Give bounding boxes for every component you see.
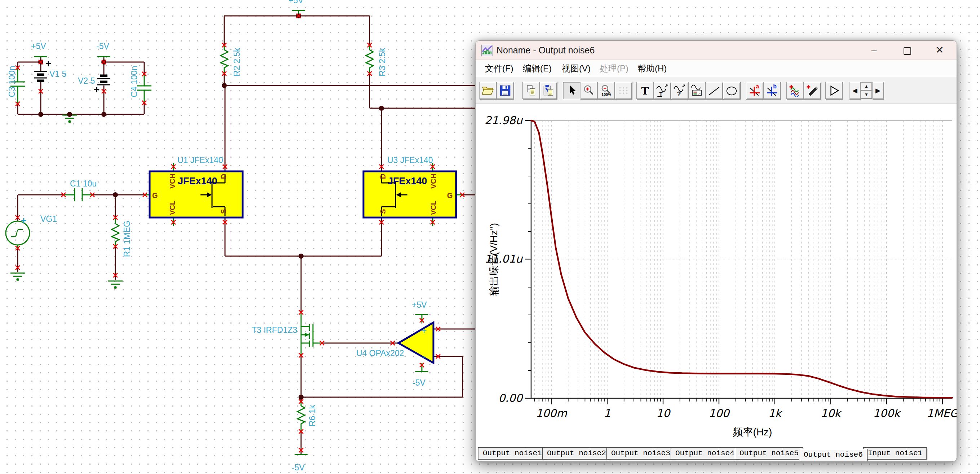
curve-label-icon: T [656, 84, 669, 97]
title-bar[interactable]: Noname - Output noise6 – ✕ [476, 41, 956, 60]
cursor-a-icon: a [748, 84, 761, 97]
ellipse-icon [725, 84, 738, 97]
select-cursor-button[interactable] [563, 82, 580, 99]
svg-text:100%: 100% [601, 92, 611, 96]
left-arrow-icon: ◀ [852, 86, 858, 94]
svg-text:a: a [756, 84, 759, 89]
scroll-vertical-spinner[interactable]: ▲ ▼ [861, 82, 872, 99]
svg-text:b: b [773, 84, 776, 89]
open-button[interactable] [479, 82, 496, 99]
label-rail-top: +5V [288, 0, 304, 5]
copy-button[interactable] [522, 82, 540, 99]
copy-icon [525, 84, 538, 97]
grid-icon [617, 84, 630, 97]
minimize-button[interactable]: – [864, 41, 885, 59]
schematic-labels: +5V -5V V1 5 V2 5 C3 100n C4 100n +5V R2… [7, 0, 433, 472]
cursor-b-button[interactable]: b [763, 82, 781, 99]
menu-bar: 文件(F) 编辑(E) 视图(V) 处理(P) 帮助(H) [476, 60, 956, 77]
menu-view[interactable]: 视图(V) [560, 60, 593, 77]
scroll-left-button[interactable]: ◀ [849, 82, 861, 99]
u1-pin-s: S [220, 209, 228, 214]
curve-label-tool-button[interactable]: T [654, 82, 671, 99]
label-u3: U3 JFEx140 [387, 155, 433, 165]
v1-plus-mark: + [45, 58, 51, 69]
components-green[interactable] [6, 10, 463, 455]
scroll-down-button[interactable]: ▼ [861, 91, 872, 99]
save-floppy-icon [499, 84, 512, 97]
tab-output-noise1[interactable]: Output noise1 [479, 448, 546, 459]
u3-pin-d: D [379, 174, 387, 179]
label-u4-vplus: +5V [412, 300, 427, 310]
label-v1: V1 5 [49, 69, 66, 79]
svg-text:10k: 10k [821, 407, 842, 420]
tab-output-noise6[interactable]: Output noise6 [799, 449, 867, 462]
svg-text:21.98u: 21.98u [485, 114, 523, 127]
label-r2: R2 2.5k [232, 48, 242, 77]
menu-help[interactable]: 帮助(H) [635, 60, 669, 77]
tab-output-noise4[interactable]: Output noise4 [671, 448, 739, 459]
svg-text:10: 10 [656, 407, 671, 420]
scroll-right-button[interactable]: ▶ [872, 82, 884, 99]
u3-pin-s: S [379, 209, 387, 214]
grid-toggle-button[interactable] [615, 82, 632, 99]
u3-pin-vcl: VCL [430, 201, 438, 215]
label-r3: R3 2.5k [377, 48, 387, 77]
curve-legend-tool-button[interactable]: ≍ [688, 82, 706, 99]
label-vplus-left: +5V [31, 41, 46, 51]
y-axis-title: 输出噪音(V/Hz'') [488, 223, 500, 296]
add-curves-icon [789, 84, 802, 97]
zoom-in-button[interactable] [580, 82, 597, 99]
u3-part-text: JFEx140 [388, 176, 427, 187]
svg-text:100k: 100k [873, 407, 901, 420]
menu-process[interactable]: 处理(P) [597, 60, 631, 77]
line-icon [708, 84, 721, 97]
marker-tool-button[interactable] [825, 82, 843, 99]
opamp-minus-input-label: - [422, 350, 426, 362]
u1-pin-d: D [220, 174, 228, 179]
window-title: Noname - Output noise6 [496, 45, 595, 56]
cursor-arrow-icon [565, 84, 578, 97]
battery-v2[interactable] [97, 76, 110, 85]
cursor-b-icon: b [765, 84, 778, 97]
svg-text:1k: 1k [768, 407, 783, 420]
zoom-100-button[interactable]: 100% [597, 82, 615, 99]
battery-v1[interactable] [34, 72, 47, 81]
menu-file[interactable]: 文件(F) [483, 60, 515, 77]
svg-text:100m: 100m [536, 407, 567, 420]
tab-output-noise3[interactable]: Output noise3 [607, 448, 675, 459]
svg-text:0.00: 0.00 [498, 392, 523, 404]
label-vg1: VG1 [40, 214, 57, 223]
label-u1: U1 JFEx140 [177, 155, 223, 165]
label-c4: C4 100n [129, 66, 139, 97]
ellipse-tool-button[interactable] [723, 82, 740, 99]
paste-button[interactable] [540, 82, 557, 99]
svg-text:1: 1 [604, 407, 611, 420]
plot-canvas[interactable]: 0.0011.01u21.98u100m1101001k10k100k1MEG频… [476, 104, 956, 448]
curve-query-tool-button[interactable]: ? [671, 82, 688, 99]
maximize-button[interactable] [897, 41, 918, 59]
scroll-up-button[interactable]: ▲ [861, 82, 872, 91]
u1-pin-vch: VCH [169, 174, 176, 189]
tab-output-noise2[interactable]: Output noise2 [542, 448, 611, 459]
label-u4-vminus: -5V [412, 378, 425, 388]
zoom-100-icon: 100% [600, 84, 612, 97]
label-v2: V2 5 [78, 76, 95, 86]
label-vminus-left: -5V [96, 41, 109, 51]
plot-window: Noname - Output noise6 – ✕ 文件(F) 编辑(E) 视… [475, 40, 957, 462]
tab-output-noise5[interactable]: Output noise5 [735, 448, 803, 459]
close-button[interactable]: ✕ [929, 41, 950, 59]
line-tool-button[interactable] [706, 82, 723, 99]
u3-pin-g: G [447, 192, 453, 199]
svg-text:≍: ≍ [698, 91, 702, 95]
pen-plus-button[interactable] [804, 82, 821, 99]
tab-input-noise1[interactable]: Input noise1 [864, 448, 927, 459]
cursor-a-button[interactable]: a [746, 82, 763, 99]
menu-edit[interactable]: 编辑(E) [521, 60, 554, 77]
add-curves-button[interactable] [786, 82, 804, 99]
svg-text:T: T [659, 91, 663, 97]
u1-pin-g: G [152, 192, 158, 199]
opamp-plus-input-label: + [421, 325, 426, 336]
app-icon [481, 45, 493, 56]
save-button[interactable] [496, 82, 514, 99]
text-tool-button[interactable]: T [636, 82, 654, 99]
